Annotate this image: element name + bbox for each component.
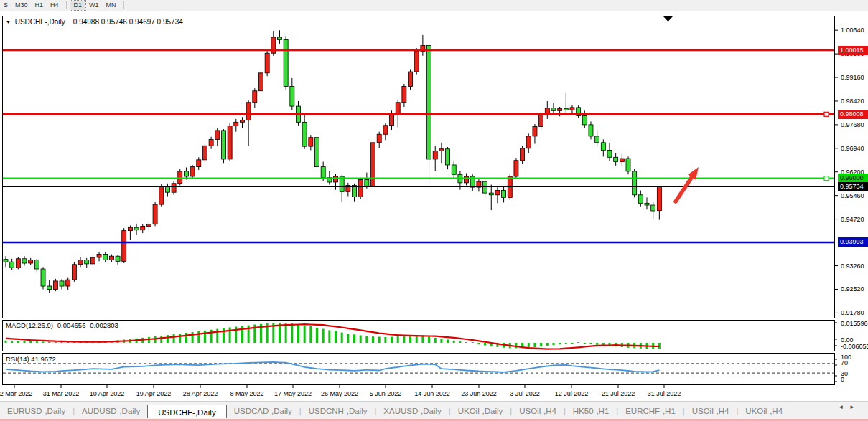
candle-up [358, 179, 363, 197]
symbol-tab-usoil[interactable]: USOil-,H4 [685, 404, 737, 418]
symbol-tab-usdchf[interactable]: USDCHF-,Daily [147, 405, 227, 418]
candle-down [651, 205, 655, 211]
candle-down [564, 109, 568, 110]
candle-down [60, 281, 64, 286]
price-axis-label: 0.95460 [841, 192, 864, 199]
candle-down [446, 149, 450, 165]
price-axis-label: 0.94720 [841, 216, 864, 223]
candle-up [514, 161, 518, 176]
candle-down [85, 260, 89, 264]
timeframe-button-m30[interactable]: M30 [11, 1, 32, 10]
date-label: 17 May 2022 [274, 390, 312, 397]
symbol-tab-xauusd[interactable]: XAUUSD-,Daily [376, 404, 449, 418]
candle-up [258, 73, 263, 91]
symbol-tab-eurusd[interactable]: EURUSD-,Daily [0, 404, 73, 418]
candle-down [315, 138, 319, 167]
support-line-blue-price-badge: 0.93993 [838, 237, 868, 247]
candle-down [601, 143, 605, 151]
candle-up [72, 265, 76, 280]
rsi-panel-border [3, 354, 835, 385]
symbol-tab-usdcnh[interactable]: USDCNH-,Daily [302, 404, 375, 418]
date-label: 23 Jun 2022 [461, 390, 497, 397]
date-label: 26 May 2022 [321, 390, 358, 397]
candle-down [284, 40, 288, 87]
candle-down [452, 165, 456, 174]
timeframe-button-d1[interactable]: D1 [70, 1, 86, 10]
date-label: 31 Jul 2022 [648, 390, 681, 397]
timeframe-button-w1[interactable]: W1 [85, 1, 103, 10]
price-axis-label: 0.96940 [841, 145, 864, 152]
indicator-axis-label: 70 [841, 359, 848, 366]
candle-up [128, 227, 132, 230]
chart-title: ▼ USDCHF-,Daily 0.94988 0.95746 0.94697 … [6, 18, 183, 26]
candle-up [371, 143, 375, 186]
candle-up [146, 224, 151, 227]
toolbar-separator [123, 1, 124, 9]
candle-up [253, 91, 257, 103]
price-axis-label: 0.92520 [841, 285, 864, 293]
candle-up [141, 226, 145, 230]
candle-down [277, 37, 281, 40]
timeframe-button-s[interactable]: S [0, 1, 11, 10]
price-axis-label: 0.93260 [841, 262, 864, 270]
date-label: 3 Jul 2022 [510, 390, 540, 397]
resistance-line-2-handle[interactable] [824, 112, 829, 116]
symbol-tab-audusd[interactable]: AUDUSD-,Daily [75, 404, 147, 418]
candle-up [228, 126, 232, 159]
symbol-tab-ukoil[interactable]: UKOil-,H4 [738, 404, 790, 418]
date-label: 28 Apr 2022 [183, 390, 218, 397]
candle-up [521, 148, 525, 161]
candle-up [240, 120, 244, 123]
candle-up [439, 149, 444, 151]
symbol-tab-ukoil[interactable]: UKOil-,Daily [451, 404, 510, 418]
candle-down [614, 157, 618, 161]
toolbar-separator [66, 1, 67, 9]
date-label: 21 Jul 2022 [602, 390, 635, 397]
symbol-tab-usdcad[interactable]: USDCAD-,Daily [227, 404, 299, 418]
timeframe-button-h4[interactable]: H4 [47, 1, 62, 10]
candle-down [502, 191, 506, 198]
candle-up [402, 87, 406, 103]
date-label: 5 Jun 2022 [370, 390, 402, 397]
support-line-green-handle[interactable] [824, 176, 829, 181]
chart-menu-icon[interactable]: ▼ [6, 19, 11, 24]
symbol-label: USDCHF-,Daily [15, 18, 65, 26]
symbol-tab-hk50[interactable]: HK50-,H1 [566, 404, 617, 418]
candle-down [321, 167, 325, 178]
tab-scroll-arrows: ◄► [838, 404, 861, 410]
tab-scroll-right-icon[interactable]: ► [849, 404, 861, 410]
candle-up [558, 109, 562, 111]
date-label: 22 Mar 2022 [0, 390, 32, 397]
candle-up [414, 52, 419, 72]
current-price-line-price-badge: 0.95734 [838, 182, 868, 191]
date-label: 31 Mar 2022 [43, 390, 80, 397]
candle-up [539, 115, 543, 127]
candle-up [153, 204, 157, 224]
candle-up [53, 281, 57, 290]
timeframe-button-mn[interactable]: MN [103, 1, 120, 10]
candle-down [41, 269, 45, 286]
candle-down [34, 260, 39, 269]
candle-up [309, 138, 313, 146]
price-axis-label: 0.98420 [841, 98, 864, 105]
candle-up [433, 151, 437, 159]
symbol-tab-usoil[interactable]: USOil-,H4 [512, 404, 564, 418]
candle-up [29, 260, 33, 263]
candle-down [365, 179, 369, 186]
candle-down [47, 286, 52, 289]
timeframe-button-h1[interactable]: H1 [32, 1, 47, 10]
candle-down [290, 87, 294, 107]
candle-up [246, 103, 251, 120]
candle-up [377, 134, 381, 143]
candle-up [122, 231, 126, 262]
symbol-tab-eurchf[interactable]: EURCHF-,H1 [618, 404, 683, 418]
candle-down [10, 262, 14, 268]
tab-scroll-left-icon[interactable]: ◄ [838, 404, 849, 410]
price-axis-label: 0.99160 [841, 74, 864, 81]
resistance-line-2-price-badge: 0.98008 [838, 110, 868, 119]
candle-up [495, 191, 500, 195]
candle-up [346, 185, 350, 191]
indicator-axis-label: 0.015596 [841, 320, 868, 327]
chart-canvas[interactable] [0, 11, 868, 402]
candle-up [78, 260, 83, 265]
